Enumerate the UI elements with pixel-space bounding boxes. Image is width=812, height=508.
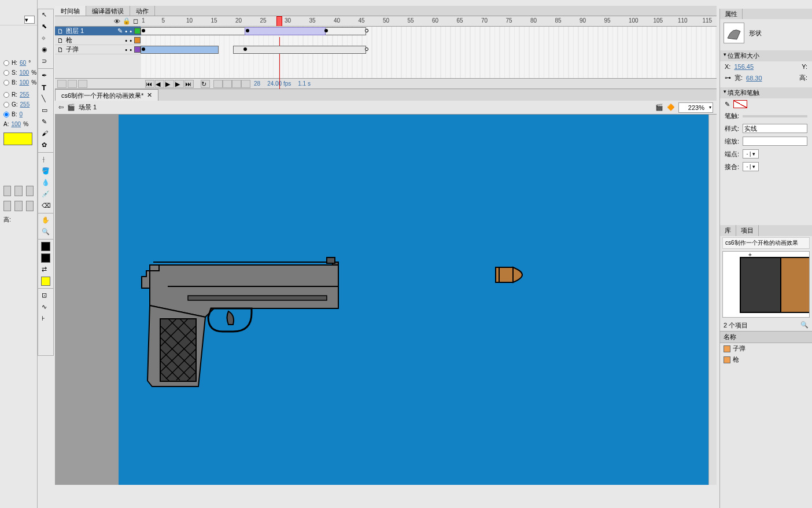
hand-tool[interactable]: ✋ [38,215,53,226]
pencil-tool[interactable]: ✎ [38,116,53,128]
hue-radio[interactable] [3,60,9,66]
close-icon[interactable]: ✕ [147,91,152,99]
library-item-2[interactable]: 枪 [720,354,812,365]
dropdown-icon[interactable]: ▾ [24,16,35,24]
onion-skin-button[interactable] [213,80,223,88]
g-radio[interactable] [3,102,9,108]
library-file-name[interactable]: cs6制作一个开枪的动画效果 [722,237,810,249]
stroke-color-swatch[interactable] [733,100,747,108]
join-combo[interactable]: - | ▾ [743,162,759,171]
step-back-button[interactable]: ◀ [155,80,164,88]
library-item-1[interactable]: 子弹 [720,343,812,354]
x-value[interactable]: 156.45 [734,63,754,70]
b-radio[interactable] [3,112,9,117]
fill-swatch-yellow[interactable] [38,275,53,287]
subselection-tool[interactable]: ⬉ [38,21,53,32]
swap-colors[interactable]: ⇄ [38,264,53,275]
link-icon[interactable]: ⊶ [725,74,731,82]
snap-tool[interactable]: ⊡ [38,290,53,301]
eraser-tool[interactable]: ⌫ [38,200,53,212]
tab-actions[interactable]: 动作 [130,6,155,16]
tab-compiler-errors[interactable]: 编译器错误 [86,6,130,16]
gun-shape[interactable] [136,251,344,395]
play-button[interactable]: ▶ [165,80,174,88]
g-value[interactable]: 255 [20,101,30,108]
eye-icon[interactable]: 👁 [114,18,120,25]
edit-multiple-button[interactable] [232,80,241,88]
onion-outline-button[interactable] [223,80,232,88]
goto-first-button[interactable]: ⏮ [145,80,154,88]
outline-icon[interactable]: ◻ [133,17,138,25]
new-folder-button[interactable] [68,80,77,88]
layer-row-3[interactable]: 🗋子弹 •• [55,45,141,54]
tab-project[interactable]: 项目 [736,225,759,236]
straighten-tool[interactable]: ⊦ [38,313,53,325]
loop-button[interactable]: ↻ [201,80,210,88]
playhead[interactable] [276,16,282,26]
free-transform-tool[interactable]: ⟐ [38,32,53,44]
eyedropper-tool[interactable]: 💉 [38,189,53,200]
group-fill-stroke[interactable]: 填充和笔触 [720,87,812,98]
rectangle-tool[interactable]: ▭ [38,105,53,116]
stroke-slider[interactable] [743,115,807,117]
align-icon-4[interactable] [3,201,11,211]
sat-radio[interactable] [3,70,9,76]
stage[interactable] [119,115,708,485]
lasso-tool[interactable]: ⊃ [38,56,53,67]
tab-timeline[interactable]: 时间轴 [55,6,86,16]
sat-value[interactable]: 100 [19,69,29,76]
tab-library[interactable]: 库 [720,225,736,236]
line-tool[interactable]: ╲ [38,93,53,105]
timeline-frames[interactable] [141,27,717,78]
stroke-style-select[interactable]: 实线 [743,124,807,133]
zoom-dropdown[interactable]: 223% [678,102,713,113]
bright-radio[interactable] [3,80,9,86]
frame-span-layer1-b[interactable] [233,46,366,54]
bone-tool[interactable]: ⟊ [38,154,53,165]
brush-tool[interactable]: 🖌 [38,128,53,139]
goto-last-button[interactable]: ⏭ [184,80,194,88]
fill-color[interactable] [38,252,53,264]
bright-value[interactable]: 100 [19,79,29,86]
cap-combo[interactable]: - | ▾ [743,149,759,159]
width-value[interactable]: 68.30 [746,75,762,82]
vertical-scrollbar[interactable] [708,115,717,485]
edit-symbol-icon[interactable]: 🔶 [667,104,675,111]
selection-tool[interactable]: ↖ [38,9,53,21]
align-icon-3[interactable] [26,186,34,196]
hue-value[interactable]: 60 [20,60,26,66]
ink-bottle-tool[interactable]: 💧 [38,177,53,189]
search-icon[interactable]: 🔍 [800,321,809,329]
step-forward-button[interactable]: ▶ [175,80,184,88]
pen-tool[interactable]: ✒ [38,70,53,82]
frame-span-layer1-a[interactable] [141,46,219,54]
edit-scene-icon[interactable]: 🎬 [655,104,663,111]
align-icon-5[interactable] [14,201,22,211]
tab-properties[interactable]: 属性 [720,9,743,19]
text-tool[interactable]: T [38,82,53,93]
bullet-shape[interactable] [494,265,535,285]
timeline-ruler[interactable]: 1510152025303540455055606570758085909510… [141,16,717,26]
tween-span-layer3[interactable] [245,27,326,35]
group-position-size[interactable]: 位置和大小 [720,50,812,61]
back-icon[interactable]: ⇦ [58,104,64,111]
lock-icon[interactable]: 🔒 [123,17,131,25]
layer-row-1[interactable]: 🗋图层 1 ✎•• [55,27,141,36]
smooth-tool[interactable]: ∿ [38,301,53,313]
onion-markers-button[interactable] [241,80,250,88]
b-value[interactable]: 0 [19,111,23,117]
3d-rotate-tool[interactable]: ◉ [38,44,53,56]
align-icon-6[interactable] [26,201,34,211]
new-layer-button[interactable] [57,80,67,88]
align-icon-2[interactable] [14,186,22,196]
paint-bucket-tool[interactable]: 🪣 [38,165,53,177]
alpha-value[interactable]: 100 [11,121,21,127]
scene-name[interactable]: 场景 1 [79,103,97,112]
stroke-color[interactable] [38,241,53,252]
current-frame[interactable]: 28 [250,80,264,87]
zoom-tool[interactable]: 🔍 [38,226,53,238]
layer-row-2[interactable]: 🗋枪 •• [55,36,141,45]
align-icon-1[interactable] [3,186,11,196]
library-header-name[interactable]: 名称 [720,331,812,343]
delete-layer-button[interactable] [78,80,87,88]
